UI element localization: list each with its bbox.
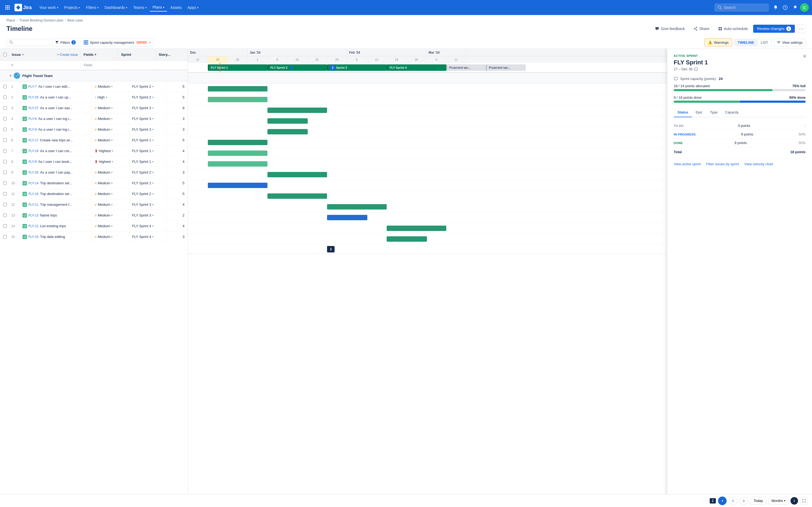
main-area: Issue ▾ + Create issue Fields ▾ Sprint S… <box>0 49 812 502</box>
issue-row: 13 FLY-13 Name trips ≡ Medium ▾ FLY Spri… <box>0 210 188 221</box>
status-row-total: Total 18 points <box>674 147 806 154</box>
breadcrumb-division[interactable]: Travel Booking Division plan <box>19 18 63 22</box>
svg-rect-0 <box>5 5 6 6</box>
notifications-icon[interactable] <box>771 3 780 12</box>
months-button[interactable]: Months ▾ <box>768 497 789 502</box>
allocated-progress: 18 / 24 points allocated 75% full <box>674 84 806 91</box>
marker-dot-1 <box>290 66 293 69</box>
search-input[interactable] <box>724 5 761 10</box>
issue-row: 14 FLY-12 List existing trips ≡ Medium ▾… <box>0 221 188 231</box>
view-active-sprint-link[interactable]: View active sprint <box>674 162 701 166</box>
warnings-button[interactable]: ⚠️ Warnings <box>704 38 732 46</box>
capacity-header: Sprint capacity (points): 24 <box>674 76 806 81</box>
header-actions: Give feedback Share Auto-schedule Review… <box>652 24 806 33</box>
tab-epic[interactable]: Epic <box>692 108 706 117</box>
view-velocity-link[interactable]: View velocity chart <box>744 162 773 166</box>
nav-teams[interactable]: Teams▾ <box>131 4 149 11</box>
issue-row: 8 FLY-8 As I user I can book... ⬆ Highes… <box>0 156 188 167</box>
allocated-pct: 75% full <box>793 84 806 88</box>
projected-sprint-1-bar[interactable]: Projected spr... <box>446 64 486 71</box>
nav-filters[interactable]: Filters▾ <box>83 4 101 11</box>
help-icon[interactable]: ? <box>781 3 790 12</box>
panel-close-button[interactable]: ✕ <box>801 53 808 60</box>
fields-col-header: Fields <box>84 53 94 57</box>
table-subheader: # Fields <box>0 61 188 70</box>
story-col-header: Story... <box>159 53 170 57</box>
svg-text:?: ? <box>784 6 786 9</box>
more-options-button[interactable]: ⋯ <box>797 24 806 33</box>
nav-forward-button[interactable] <box>740 497 748 502</box>
done-bar-green <box>674 101 740 103</box>
issue-table: Issue ▾ + Create issue Fields ▾ Sprint S… <box>0 49 188 502</box>
filter-badge: 1 <box>71 40 76 45</box>
issue-row: 10 FLY-14 Trip destination sel... ≡ Medi… <box>0 178 188 188</box>
sprint-col-header: Sprint <box>121 53 131 57</box>
auto-schedule-button[interactable]: Auto-schedule <box>715 25 751 33</box>
status-row-done: DONE 9 points 50% <box>674 139 806 147</box>
info-button[interactable]: i <box>791 497 798 502</box>
table-header: Issue ▾ + Create issue Fields ▾ Sprint S… <box>0 49 188 61</box>
svg-rect-4 <box>7 7 8 8</box>
toolbar-search[interactable] <box>6 39 50 46</box>
filters-button[interactable]: Filters 1 <box>52 38 79 46</box>
settings-icon[interactable] <box>791 3 799 12</box>
jira-logo[interactable]: Jira <box>12 3 34 12</box>
nav-apps[interactable]: Apps▾ <box>185 4 201 11</box>
search-box[interactable] <box>715 4 768 11</box>
svg-rect-20 <box>719 29 720 30</box>
breadcrumb-plans[interactable]: Plans <box>6 18 15 22</box>
select-all-checkbox[interactable] <box>3 53 7 56</box>
svg-rect-8 <box>9 9 10 10</box>
svg-rect-1 <box>7 5 8 6</box>
nav-projects[interactable]: Projects▾ <box>61 4 83 11</box>
nav-prev-primary-button[interactable] <box>718 497 727 502</box>
review-changes-button[interactable]: Review changes 2 <box>753 25 795 33</box>
status-table: TO DO 0 points - IN PROGRESS 9 points 50… <box>674 121 806 154</box>
svg-line-23 <box>12 43 13 44</box>
nav-dashboards[interactable]: Dashboards▾ <box>102 4 130 11</box>
share-button[interactable]: Share <box>690 25 712 33</box>
svg-point-14 <box>694 28 695 29</box>
gantt-month-dec: Dec <box>188 50 248 56</box>
fly-sprint-2-bar[interactable]: FLY Sprint 2 <box>267 64 327 71</box>
svg-text:i: i <box>696 68 696 71</box>
issue-row: 2 FLY-25 As a user I can up... ↑ High ▾ … <box>0 92 188 103</box>
issue-row: 6 FLY-17 Create new trips wi... ≡ Medium… <box>0 135 188 146</box>
today-marker-line <box>220 63 220 72</box>
give-feedback-button[interactable]: Give feedback <box>652 25 688 33</box>
tab-timeline[interactable]: TIMELINE <box>735 39 758 46</box>
tab-list[interactable]: LIST <box>758 39 771 46</box>
expand-button[interactable] <box>800 497 808 502</box>
done-text: 9 / 18 points done <box>674 96 701 100</box>
nav-your-work[interactable]: Your work▾ <box>37 4 61 11</box>
issue-row: 11 FLY-16 Trip destination sel... ≡ Medi… <box>0 188 188 199</box>
gantt-area: Dec Jan '24 Feb '24 Mar '24 11 18 25 1 8… <box>188 49 812 502</box>
marker-dot-2: 2 <box>330 65 336 70</box>
topnav-actions: ? C <box>771 3 809 12</box>
nav-plans[interactable]: Plans▾ <box>150 3 167 11</box>
create-issue-button[interactable]: + Create issue <box>57 53 78 57</box>
gantt-month-jan: Jan '24 <box>248 50 347 56</box>
tab-status[interactable]: Status <box>674 108 692 117</box>
nav-assets[interactable]: Assets <box>167 4 184 11</box>
grid-icon[interactable] <box>3 3 12 12</box>
svg-rect-7 <box>7 9 8 10</box>
svg-rect-21 <box>720 29 722 30</box>
user-avatar[interactable]: C <box>800 3 809 12</box>
view-settings-button[interactable]: View settings <box>774 39 806 46</box>
tab-type[interactable]: Type <box>706 108 721 117</box>
fly-sprint-1-bar[interactable]: FLY Sprint 1 <box>208 64 267 71</box>
projected-sprint-2-bar[interactable]: Projected spr... <box>486 64 526 71</box>
sprint-filter-button[interactable]: Sprint capacity management EDITED ▾ <box>81 38 153 46</box>
tab-capacity[interactable]: Capacity <box>721 108 743 117</box>
svg-rect-6 <box>5 9 6 10</box>
capacity-value: 24 <box>719 77 723 81</box>
fly-sprint-4-bar[interactable]: FLY Sprint 4 <box>387 64 446 71</box>
gantt-month-mar: Mar '24 <box>426 50 466 56</box>
svg-rect-19 <box>720 27 722 29</box>
filter-issues-link[interactable]: Filter issues by sprint <box>706 162 739 166</box>
toolbar-search-input[interactable] <box>15 41 47 45</box>
today-button[interactable]: Today <box>750 497 767 502</box>
fly-sprint-3-bar[interactable]: FLY Sprint 3 <box>327 64 387 71</box>
nav-back-button[interactable] <box>729 497 738 502</box>
